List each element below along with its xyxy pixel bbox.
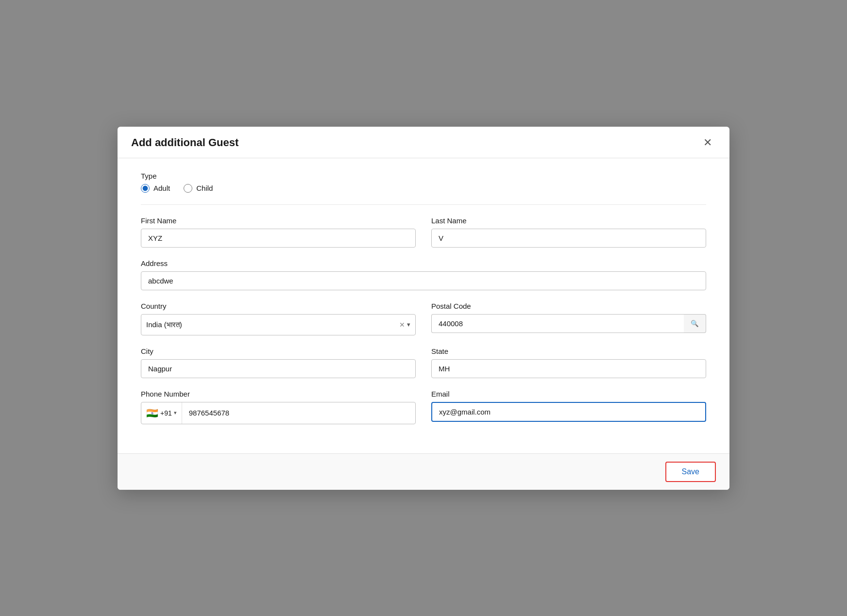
country-clear-icon[interactable]: ✕ [399,321,405,329]
phone-email-row: Phone Number 🇮🇳 +91 ▾ Email [141,390,706,424]
phone-code: +91 [160,409,172,417]
phone-number-input[interactable] [182,404,415,422]
first-name-group: First Name [141,216,416,248]
country-group: Country India (भारत) ✕ ▾ [141,302,416,335]
address-label: Address [141,259,706,267]
country-value-text: India (भारत) [146,320,399,329]
phone-flag: 🇮🇳 [146,408,158,418]
type-radio-group: Adult Child [141,184,706,193]
country-chevron-icon[interactable]: ▾ [407,321,410,328]
city-group: City [141,347,416,378]
phone-label: Phone Number [141,390,416,398]
country-label: Country [141,302,416,310]
phone-wrapper: 🇮🇳 +91 ▾ [141,402,416,424]
modal-title: Add additional Guest [131,136,238,149]
modal-body: Type Adult Child First Name [118,158,729,453]
last-name-group: Last Name [431,216,706,248]
last-name-label: Last Name [431,216,706,225]
divider-1 [141,204,706,205]
child-radio-option[interactable]: Child [184,184,213,193]
adult-radio-option[interactable]: Adult [141,184,170,193]
country-postal-row: Country India (भारत) ✕ ▾ Postal Code 🔍 [141,302,706,335]
email-label: Email [431,390,706,398]
save-button[interactable]: Save [665,462,716,482]
postal-code-group: Postal Code 🔍 [431,302,706,335]
adult-radio[interactable] [141,184,150,193]
state-input[interactable] [431,359,706,378]
address-input[interactable] [141,271,706,290]
modal-overlay: Add additional Guest ✕ Type Adult Child [0,0,847,616]
state-label: State [431,347,706,355]
email-group: Email [431,390,706,424]
child-label: Child [196,184,213,192]
postal-code-label: Postal Code [431,302,706,310]
address-group: Address [141,259,706,290]
adult-label: Adult [153,184,170,192]
phone-caret-icon: ▾ [174,410,177,416]
postal-wrapper: 🔍 [431,314,706,333]
city-state-row: City State [141,347,706,378]
first-name-input[interactable] [141,229,416,248]
state-group: State [431,347,706,378]
dialog: Add additional Guest ✕ Type Adult Child [118,127,729,490]
modal-header: Add additional Guest ✕ [118,127,729,158]
last-name-input[interactable] [431,229,706,248]
type-label: Type [141,172,706,180]
name-row: First Name Last Name [141,216,706,248]
type-section: Type Adult Child [141,172,706,193]
city-label: City [141,347,416,355]
postal-search-button[interactable]: 🔍 [684,314,706,333]
child-radio[interactable] [184,184,192,193]
postal-code-input[interactable] [431,314,684,333]
phone-group: Phone Number 🇮🇳 +91 ▾ [141,390,416,424]
first-name-label: First Name [141,216,416,225]
close-button[interactable]: ✕ [699,135,716,150]
city-input[interactable] [141,359,416,378]
search-icon: 🔍 [691,320,699,327]
phone-flag-section[interactable]: 🇮🇳 +91 ▾ [141,402,182,424]
modal-footer: Save [118,453,729,490]
country-select-wrapper[interactable]: India (भारत) ✕ ▾ [141,314,416,335]
address-row: Address [141,259,706,290]
email-input[interactable] [431,402,706,422]
